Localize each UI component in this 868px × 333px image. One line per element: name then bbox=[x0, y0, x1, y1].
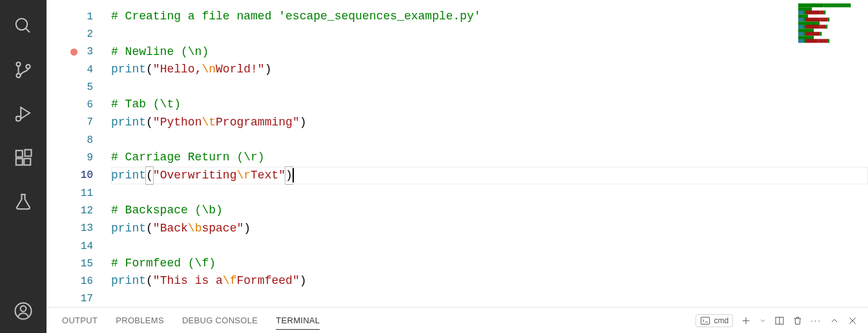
gutter-row[interactable]: 1 bbox=[46, 8, 111, 25]
trash-icon[interactable] bbox=[792, 316, 803, 326]
activity-extensions[interactable] bbox=[0, 136, 46, 180]
svg-point-3 bbox=[16, 74, 20, 78]
app-root: 1234567891011121314151617 ██████████████… bbox=[0, 0, 868, 333]
panel-tab-problems[interactable]: PROBLEMS bbox=[116, 312, 164, 330]
account-icon bbox=[14, 301, 33, 321]
gutter-row[interactable]: 9 bbox=[46, 149, 111, 166]
svg-point-14 bbox=[21, 306, 26, 312]
svg-rect-9 bbox=[16, 151, 23, 157]
split-icon[interactable] bbox=[774, 316, 785, 326]
code-line[interactable]: # Backspace (\b) bbox=[111, 202, 868, 219]
svg-point-0 bbox=[16, 19, 28, 30]
activity-source-control[interactable] bbox=[0, 48, 46, 92]
svg-rect-10 bbox=[16, 158, 23, 165]
svg-rect-11 bbox=[24, 158, 30, 165]
code-line[interactable]: print("Overwriting\rText") bbox=[111, 167, 868, 184]
code-line[interactable]: # Newline (\n) bbox=[111, 43, 868, 61]
terminal-name[interactable]: cmd bbox=[696, 314, 733, 327]
svg-line-8 bbox=[16, 120, 17, 121]
code-line[interactable] bbox=[111, 184, 868, 202]
code-line[interactable]: print("Python\tProgramming") bbox=[111, 114, 868, 131]
breakpoint-dot[interactable] bbox=[70, 48, 78, 56]
flask-icon bbox=[14, 192, 33, 211]
svg-line-7 bbox=[16, 116, 17, 117]
close-icon[interactable] bbox=[847, 316, 858, 326]
line-number: 4 bbox=[80, 64, 93, 76]
bottom-panel: OUTPUTPROBLEMSDEBUG CONSOLETERMINAL cmd … bbox=[46, 307, 868, 333]
line-number: 6 bbox=[80, 99, 93, 111]
svg-rect-12 bbox=[25, 150, 32, 156]
code-line[interactable]: # Tab (\t) bbox=[111, 96, 868, 113]
code-line[interactable]: # Formfeed (\f) bbox=[111, 255, 868, 272]
gutter-row[interactable]: 14 bbox=[46, 237, 111, 255]
svg-rect-15 bbox=[701, 317, 710, 324]
gutter-row[interactable]: 11 bbox=[46, 184, 111, 202]
editor-gutter: 1234567891011121314151617 bbox=[46, 0, 111, 307]
plus-icon[interactable] bbox=[741, 316, 751, 326]
terminal-icon bbox=[700, 316, 710, 326]
activity-run-debug[interactable] bbox=[0, 92, 46, 136]
extensions-icon bbox=[14, 148, 33, 167]
code-line[interactable]: # Creating a file named 'escape_sequence… bbox=[111, 8, 868, 25]
activity-account[interactable] bbox=[0, 289, 46, 333]
line-number: 5 bbox=[80, 81, 93, 93]
gutter-row[interactable]: 8 bbox=[46, 131, 111, 149]
panel-tab-debug-console[interactable]: DEBUG CONSOLE bbox=[182, 312, 258, 330]
chevron-down-icon[interactable] bbox=[759, 317, 767, 325]
svg-marker-5 bbox=[21, 107, 30, 119]
code-line[interactable] bbox=[111, 78, 868, 96]
line-number: 8 bbox=[80, 134, 93, 146]
line-number: 13 bbox=[80, 222, 93, 234]
activity-bar bbox=[0, 0, 46, 333]
gutter-row[interactable]: 3 bbox=[46, 43, 111, 61]
svg-point-2 bbox=[16, 62, 20, 66]
main-area: 1234567891011121314151617 ██████████████… bbox=[46, 0, 868, 333]
code-line[interactable] bbox=[111, 131, 868, 149]
code-line[interactable] bbox=[111, 237, 868, 255]
line-number: 10 bbox=[80, 169, 93, 181]
svg-point-4 bbox=[26, 65, 30, 69]
gutter-row[interactable]: 12 bbox=[46, 202, 111, 219]
code-line[interactable] bbox=[111, 290, 868, 307]
code-line[interactable]: print("This is a\fFormfeed") bbox=[111, 272, 868, 290]
editor[interactable]: 1234567891011121314151617 ██████████████… bbox=[46, 0, 868, 307]
code-line[interactable]: print("Hello,\nWorld!") bbox=[111, 61, 868, 78]
line-number: 11 bbox=[80, 188, 93, 199]
activity-search[interactable] bbox=[0, 4, 46, 48]
gutter-row[interactable]: 15 bbox=[46, 255, 111, 272]
gutter-row[interactable]: 5 bbox=[46, 78, 111, 96]
line-number: 12 bbox=[80, 205, 93, 217]
search-icon bbox=[14, 16, 33, 36]
line-number: 1 bbox=[80, 11, 93, 23]
line-number: 17 bbox=[80, 293, 93, 305]
chevron-up-icon[interactable] bbox=[829, 316, 840, 326]
gutter-row[interactable]: 10 bbox=[46, 167, 111, 184]
code-line[interactable]: # Carriage Return (\r) bbox=[111, 149, 868, 166]
activity-testing[interactable] bbox=[0, 180, 46, 224]
gutter-row[interactable]: 13 bbox=[46, 220, 111, 237]
panel-tab-terminal[interactable]: TERMINAL bbox=[276, 312, 320, 330]
code-line[interactable]: print("Back\bspace") bbox=[111, 220, 868, 237]
code-line[interactable] bbox=[111, 25, 868, 43]
line-number: 16 bbox=[80, 275, 93, 287]
svg-line-1 bbox=[26, 28, 30, 32]
gutter-row[interactable]: 2 bbox=[46, 25, 111, 43]
text-cursor bbox=[293, 168, 294, 182]
gutter-row[interactable]: 17 bbox=[46, 290, 111, 307]
panel-tab-output[interactable]: OUTPUT bbox=[62, 312, 98, 330]
line-number: 2 bbox=[80, 28, 93, 40]
more-icon[interactable]: ··· bbox=[811, 316, 822, 325]
terminal-controls: cmd ··· bbox=[696, 314, 858, 327]
line-number: 7 bbox=[80, 116, 93, 128]
branch-icon bbox=[14, 60, 33, 80]
line-number: 14 bbox=[80, 241, 93, 252]
line-number: 3 bbox=[80, 46, 93, 58]
editor-code[interactable]: ████████████████████████████████████████… bbox=[111, 0, 868, 307]
gutter-row[interactable]: 6 bbox=[46, 96, 111, 113]
gutter-row[interactable]: 16 bbox=[46, 272, 111, 290]
gutter-row[interactable]: 4 bbox=[46, 61, 111, 78]
play-bug-icon bbox=[14, 104, 33, 124]
line-number: 15 bbox=[80, 258, 93, 270]
gutter-row[interactable]: 7 bbox=[46, 114, 111, 131]
line-number: 9 bbox=[80, 152, 93, 164]
